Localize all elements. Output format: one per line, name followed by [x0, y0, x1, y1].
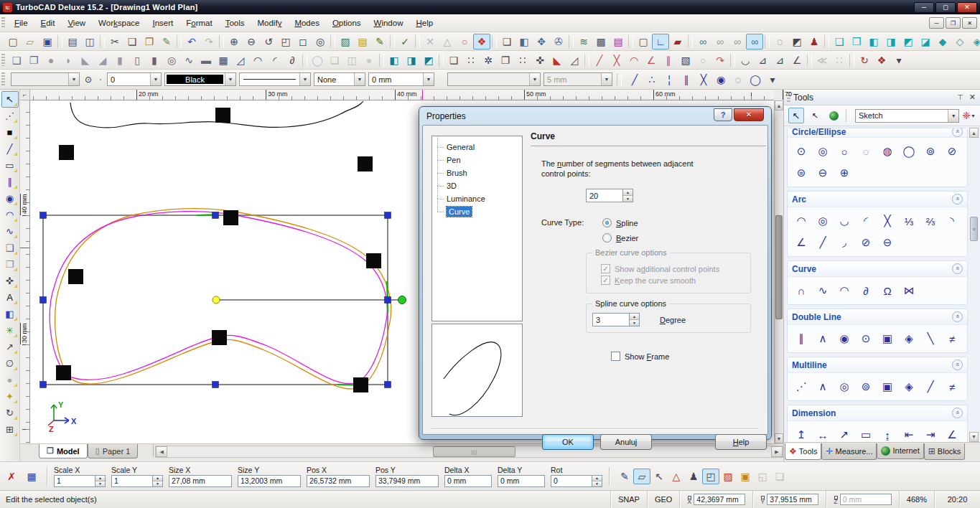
double-line-segment-icon[interactable]: ∥: [790, 328, 812, 349]
circle-3-point-icon[interactable]: ◌: [855, 141, 877, 162]
double-rotated-rect-icon[interactable]: ◈: [898, 328, 920, 349]
view-iso-ne-icon[interactable]: ◆: [934, 34, 951, 50]
minimize-button[interactable]: ─: [914, 2, 934, 13]
camera-view-icon[interactable]: ♟: [806, 34, 823, 50]
sweep-30-icon[interactable]: ◠: [249, 52, 266, 68]
lock-icon[interactable]: •: [97, 72, 104, 87]
select-arrow-icon[interactable]: ↖: [788, 108, 804, 123]
circle-tan-3-icon[interactable]: ⊚: [920, 141, 941, 162]
dialog-title-bar[interactable]: Properties ? ✕: [422, 107, 768, 125]
zoom-window-icon[interactable]: ◰: [277, 34, 294, 50]
menu-workspace[interactable]: Workspace: [92, 17, 146, 29]
pick-point-icon[interactable]: ◩: [788, 34, 806, 50]
view-cube-back-icon[interactable]: ❒: [848, 34, 865, 50]
snap-quadrant-icon[interactable]: ◌: [729, 72, 747, 88]
circle-tan-line-icon[interactable]: ◍: [877, 141, 898, 162]
edit-arc-icon[interactable]: ◠: [625, 52, 643, 68]
section-header[interactable]: Circle/Ellipse«: [788, 128, 967, 138]
fill-color-tool-icon[interactable]: ◧: [1, 306, 19, 322]
pos-y-input[interactable]: 33,7949 mm: [375, 475, 439, 487]
canvas-horizontal-scrollbar[interactable]: ◀ ||| ▶: [155, 446, 783, 458]
explode-icon[interactable]: ✕: [421, 34, 439, 50]
text-height-combo[interactable]: 5 mm▼: [543, 72, 612, 86]
ruler-corner-icon[interactable]: ⌐: [20, 90, 30, 100]
chamfer-icon[interactable]: ⊿: [754, 52, 771, 68]
ellipse-rotated-icon[interactable]: ⊖: [812, 162, 834, 184]
assemble-3d-icon[interactable]: ✥: [533, 34, 550, 50]
line-width-combo[interactable]: 0 mm▼: [368, 72, 434, 86]
multiline-polyline-icon[interactable]: ∧: [812, 376, 834, 398]
circle-edit-icon[interactable]: ○: [694, 52, 711, 68]
axis-lock-icon[interactable]: ∟: [652, 34, 669, 50]
redo-icon[interactable]: ↷: [200, 34, 218, 50]
multiline-rectangle-icon[interactable]: ▣: [877, 376, 898, 398]
pos-x-input[interactable]: 26,5732 mm: [307, 475, 370, 487]
size-y-input[interactable]: 13,2003 mm: [238, 475, 301, 487]
ellipse-icon[interactable]: ⊜: [790, 162, 812, 184]
select-3d-tool-icon[interactable]: ⊞: [1, 421, 19, 438]
zoom-out-icon[interactable]: ⊖: [243, 34, 260, 50]
menu-edit[interactable]: Edit: [34, 17, 62, 29]
field-spinner[interactable]: ▲▼: [153, 475, 163, 487]
chamfer-angle-icon[interactable]: ⊿: [771, 52, 788, 68]
view-cube-front-icon[interactable]: ❑: [831, 34, 848, 50]
menu-insert[interactable]: Insert: [146, 17, 179, 29]
arc-tan-point-icon[interactable]: ╱: [812, 232, 834, 253]
section-header[interactable]: Curve«: [788, 261, 967, 277]
mdi-restore-button[interactable]: ❐: [946, 17, 961, 29]
insert-picture-icon[interactable]: ▨: [337, 34, 354, 50]
paste-icon[interactable]: ❐: [141, 34, 158, 50]
arc-concentric-icon[interactable]: ◎: [812, 210, 834, 232]
trim-line-icon[interactable]: ╱: [591, 52, 608, 68]
section-header[interactable]: Arc«: [788, 192, 967, 207]
size-x-input[interactable]: 27,08 mm: [169, 475, 232, 487]
menu-help[interactable]: Help: [409, 17, 439, 29]
node-edit-icon[interactable]: ↖: [807, 108, 823, 123]
tree-item-3d[interactable]: 3D: [434, 179, 521, 192]
slope-mark-icon[interactable]: ◿: [566, 52, 583, 68]
hatch-format-icon[interactable]: ▩: [592, 34, 610, 50]
horizontal-ruler[interactable]: 20 mm30 mm40 mm50 mm60 mm70: [30, 90, 774, 100]
box-rotated-icon[interactable]: ❒: [25, 52, 42, 68]
close-button[interactable]: ✕: [957, 2, 977, 13]
snap-center-icon[interactable]: ◉: [712, 72, 729, 88]
gray-rect-icon[interactable]: ◱: [754, 469, 771, 484]
snap-middle-icon[interactable]: ¦: [661, 72, 678, 88]
collapse-chevron-icon[interactable]: «: [952, 263, 963, 274]
maximize-button[interactable]: ◻: [935, 2, 956, 13]
array-grid-icon[interactable]: ∷: [514, 52, 531, 68]
solid-3d-tool-icon[interactable]: ❒: [1, 256, 19, 273]
double-circle-icon[interactable]: ◉: [834, 328, 855, 349]
y-coordinate-input[interactable]: 37,9515 mm: [767, 494, 818, 505]
corner-mark-icon[interactable]: ◣: [549, 52, 566, 68]
mdi-minimize-button[interactable]: ─: [929, 17, 944, 29]
multiline-rotated-rect-icon[interactable]: ◈: [898, 376, 920, 398]
view-cube-bottom-icon[interactable]: ◪: [917, 34, 934, 50]
curve-revision-cloud-icon[interactable]: ⋈: [898, 280, 920, 301]
multiline-perpendicular-icon[interactable]: ╱: [920, 376, 941, 398]
dialog-close-icon[interactable]: ✕: [734, 108, 764, 121]
tree-item-general[interactable]: General: [434, 141, 521, 154]
text-style-combo[interactable]: ▼: [447, 72, 541, 86]
menu-tools[interactable]: Tools: [219, 17, 251, 29]
paint-brush-icon[interactable]: ❈▼: [962, 110, 976, 121]
copy-icon[interactable]: ❏: [123, 34, 141, 50]
snap-overflow-icon[interactable]: ▾: [764, 72, 781, 88]
tab-paper1[interactable]: ▯Paper 1: [88, 444, 139, 458]
palette-tab-measure[interactable]: ✛Measure...: [821, 443, 877, 460]
pen-edit-icon[interactable]: ✎: [616, 469, 633, 484]
orbit-entity-icon[interactable]: ❖: [873, 52, 890, 68]
format-painter-icon[interactable]: ✎: [158, 34, 175, 50]
revolve-3d-icon[interactable]: ✇: [550, 34, 567, 50]
snap-vertex-icon[interactable]: ∴: [643, 72, 661, 88]
line-tool-icon[interactable]: ╱: [1, 141, 19, 157]
snap-tangent-icon[interactable]: ◯: [747, 72, 764, 88]
snap-toggle[interactable]: SNAP: [610, 491, 647, 508]
edit-angle-icon[interactable]: ∠: [643, 52, 660, 68]
ellipse-fixed-ratio-icon[interactable]: ⊕: [834, 162, 855, 184]
boolean-subtract-icon[interactable]: ◨: [403, 52, 420, 68]
meet-intersect-icon[interactable]: ╳: [608, 52, 625, 68]
view-iso-nw-icon[interactable]: ◇: [951, 34, 969, 50]
check-show-frame[interactable]: Show Frame: [611, 352, 766, 361]
new-drawing-icon[interactable]: ▢: [4, 34, 22, 50]
